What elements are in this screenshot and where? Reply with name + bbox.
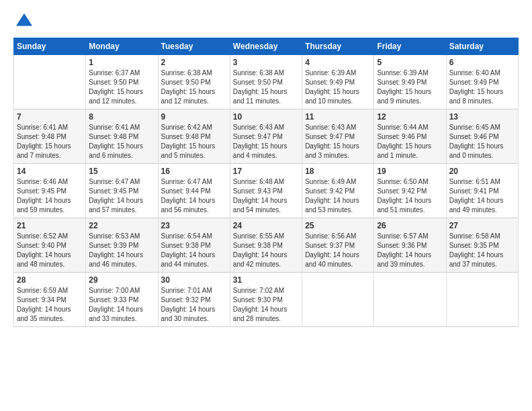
day-info: Sunrise: 7:00 AM Sunset: 9:33 PM Dayligh… xyxy=(89,286,154,324)
day-number: 14 xyxy=(17,167,83,176)
day-number: 25 xyxy=(305,221,371,230)
day-number: 12 xyxy=(377,112,443,122)
day-info: Sunrise: 6:49 AM Sunset: 9:42 PM Dayligh… xyxy=(305,177,371,215)
calendar-cell xyxy=(374,273,446,327)
day-info: Sunrise: 6:57 AM Sunset: 9:36 PM Dayligh… xyxy=(377,232,443,269)
calendar-cell: 1Sunrise: 6:37 AM Sunset: 9:50 PM Daylig… xyxy=(86,55,158,109)
calendar-cell: 28Sunrise: 6:59 AM Sunset: 9:34 PM Dayli… xyxy=(14,273,86,327)
day-number: 26 xyxy=(377,221,443,230)
calendar-cell xyxy=(14,55,86,109)
calendar-cell: 9Sunrise: 6:42 AM Sunset: 9:48 PM Daylig… xyxy=(158,109,230,164)
calendar-week-row: 21Sunrise: 6:52 AM Sunset: 9:40 PM Dayli… xyxy=(14,218,519,273)
weekday-header: Tuesday xyxy=(158,38,230,55)
day-info: Sunrise: 6:54 AM Sunset: 9:38 PM Dayligh… xyxy=(161,232,227,269)
day-number: 17 xyxy=(233,167,299,176)
day-number: 3 xyxy=(233,58,299,67)
day-info: Sunrise: 6:38 AM Sunset: 9:50 PM Dayligh… xyxy=(233,68,299,106)
day-info: Sunrise: 6:45 AM Sunset: 9:46 PM Dayligh… xyxy=(449,123,515,161)
day-info: Sunrise: 6:59 AM Sunset: 9:34 PM Dayligh… xyxy=(17,286,83,324)
day-number: 27 xyxy=(449,221,515,230)
day-info: Sunrise: 6:48 AM Sunset: 9:43 PM Dayligh… xyxy=(233,177,299,215)
day-number: 21 xyxy=(17,221,83,230)
calendar-cell: 30Sunrise: 7:01 AM Sunset: 9:32 PM Dayli… xyxy=(158,273,230,327)
day-number: 22 xyxy=(89,221,154,230)
calendar-week-row: 1Sunrise: 6:37 AM Sunset: 9:50 PM Daylig… xyxy=(14,55,519,109)
day-number: 23 xyxy=(161,221,227,230)
day-info: Sunrise: 6:39 AM Sunset: 9:49 PM Dayligh… xyxy=(305,68,371,106)
calendar-cell: 14Sunrise: 6:46 AM Sunset: 9:45 PM Dayli… xyxy=(14,164,86,218)
day-info: Sunrise: 6:58 AM Sunset: 9:35 PM Dayligh… xyxy=(449,232,515,269)
day-info: Sunrise: 6:52 AM Sunset: 9:40 PM Dayligh… xyxy=(17,232,83,269)
weekday-header: Thursday xyxy=(302,38,374,55)
weekday-row: SundayMondayTuesdayWednesdayThursdayFrid… xyxy=(14,38,519,55)
day-number: 7 xyxy=(17,112,83,122)
calendar-week-row: 7Sunrise: 6:41 AM Sunset: 9:48 PM Daylig… xyxy=(14,109,519,164)
day-info: Sunrise: 6:42 AM Sunset: 9:48 PM Dayligh… xyxy=(161,123,227,161)
calendar-cell xyxy=(446,273,518,327)
calendar-cell: 2Sunrise: 6:38 AM Sunset: 9:50 PM Daylig… xyxy=(158,55,230,109)
day-info: Sunrise: 6:55 AM Sunset: 9:38 PM Dayligh… xyxy=(233,232,299,269)
day-info: Sunrise: 6:43 AM Sunset: 9:47 PM Dayligh… xyxy=(305,123,371,161)
day-info: Sunrise: 6:41 AM Sunset: 9:48 PM Dayligh… xyxy=(17,123,83,161)
calendar-cell xyxy=(302,273,374,327)
day-number: 8 xyxy=(89,112,154,122)
calendar-cell: 10Sunrise: 6:43 AM Sunset: 9:47 PM Dayli… xyxy=(230,109,302,164)
weekday-header: Sunday xyxy=(14,38,86,55)
page-container: SundayMondayTuesdayWednesdayThursdayFrid… xyxy=(0,0,532,334)
day-number: 28 xyxy=(17,275,83,285)
day-info: Sunrise: 7:01 AM Sunset: 9:32 PM Dayligh… xyxy=(161,286,227,324)
day-info: Sunrise: 6:56 AM Sunset: 9:37 PM Dayligh… xyxy=(305,232,371,269)
calendar-cell: 31Sunrise: 7:02 AM Sunset: 9:30 PM Dayli… xyxy=(230,273,302,327)
calendar-header: SundayMondayTuesdayWednesdayThursdayFrid… xyxy=(14,38,519,55)
day-info: Sunrise: 6:46 AM Sunset: 9:45 PM Dayligh… xyxy=(17,177,83,215)
calendar-cell: 8Sunrise: 6:41 AM Sunset: 9:48 PM Daylig… xyxy=(86,109,158,164)
day-number: 24 xyxy=(233,221,299,230)
calendar-cell: 29Sunrise: 7:00 AM Sunset: 9:33 PM Dayli… xyxy=(86,273,158,327)
day-number: 13 xyxy=(449,112,515,122)
day-number: 31 xyxy=(233,275,299,285)
day-number: 20 xyxy=(449,167,515,176)
day-number: 18 xyxy=(305,167,371,176)
calendar-cell: 12Sunrise: 6:44 AM Sunset: 9:46 PM Dayli… xyxy=(374,109,446,164)
weekday-header: Wednesday xyxy=(230,38,302,55)
logo-icon xyxy=(13,11,35,32)
day-number: 2 xyxy=(161,58,227,67)
calendar-cell: 25Sunrise: 6:56 AM Sunset: 9:37 PM Dayli… xyxy=(302,218,374,273)
calendar-table: SundayMondayTuesdayWednesdayThursdayFrid… xyxy=(13,38,519,327)
day-number: 16 xyxy=(161,167,227,176)
day-info: Sunrise: 6:40 AM Sunset: 9:49 PM Dayligh… xyxy=(449,68,515,106)
calendar-cell: 7Sunrise: 6:41 AM Sunset: 9:48 PM Daylig… xyxy=(14,109,86,164)
calendar-cell: 27Sunrise: 6:58 AM Sunset: 9:35 PM Dayli… xyxy=(446,218,518,273)
day-number: 29 xyxy=(89,275,154,285)
day-info: Sunrise: 6:47 AM Sunset: 9:45 PM Dayligh… xyxy=(89,177,154,215)
day-number: 30 xyxy=(161,275,227,285)
calendar-cell: 6Sunrise: 6:40 AM Sunset: 9:49 PM Daylig… xyxy=(446,55,518,109)
calendar-cell: 4Sunrise: 6:39 AM Sunset: 9:49 PM Daylig… xyxy=(302,55,374,109)
calendar-week-row: 14Sunrise: 6:46 AM Sunset: 9:45 PM Dayli… xyxy=(14,164,519,218)
day-info: Sunrise: 6:37 AM Sunset: 9:50 PM Dayligh… xyxy=(89,68,154,106)
day-info: Sunrise: 6:50 AM Sunset: 9:42 PM Dayligh… xyxy=(377,177,443,215)
calendar-cell: 21Sunrise: 6:52 AM Sunset: 9:40 PM Dayli… xyxy=(14,218,86,273)
day-number: 5 xyxy=(377,58,443,67)
calendar-cell: 13Sunrise: 6:45 AM Sunset: 9:46 PM Dayli… xyxy=(446,109,518,164)
day-info: Sunrise: 6:38 AM Sunset: 9:50 PM Dayligh… xyxy=(161,68,227,106)
calendar-cell: 5Sunrise: 6:39 AM Sunset: 9:49 PM Daylig… xyxy=(374,55,446,109)
calendar-cell: 3Sunrise: 6:38 AM Sunset: 9:50 PM Daylig… xyxy=(230,55,302,109)
day-number: 1 xyxy=(89,58,154,67)
day-info: Sunrise: 6:44 AM Sunset: 9:46 PM Dayligh… xyxy=(377,123,443,161)
day-number: 19 xyxy=(377,167,443,176)
calendar-cell: 19Sunrise: 6:50 AM Sunset: 9:42 PM Dayli… xyxy=(374,164,446,218)
day-info: Sunrise: 6:47 AM Sunset: 9:44 PM Dayligh… xyxy=(161,177,227,215)
day-info: Sunrise: 7:02 AM Sunset: 9:30 PM Dayligh… xyxy=(233,286,299,324)
calendar-cell: 16Sunrise: 6:47 AM Sunset: 9:44 PM Dayli… xyxy=(158,164,230,218)
calendar-body: 1Sunrise: 6:37 AM Sunset: 9:50 PM Daylig… xyxy=(14,55,519,327)
day-info: Sunrise: 6:51 AM Sunset: 9:41 PM Dayligh… xyxy=(449,177,515,215)
weekday-header: Saturday xyxy=(446,38,518,55)
header xyxy=(13,11,519,32)
calendar-week-row: 28Sunrise: 6:59 AM Sunset: 9:34 PM Dayli… xyxy=(14,273,519,327)
day-info: Sunrise: 6:39 AM Sunset: 9:49 PM Dayligh… xyxy=(377,68,443,106)
calendar-cell: 15Sunrise: 6:47 AM Sunset: 9:45 PM Dayli… xyxy=(86,164,158,218)
day-number: 4 xyxy=(305,58,371,67)
calendar-cell: 11Sunrise: 6:43 AM Sunset: 9:47 PM Dayli… xyxy=(302,109,374,164)
day-number: 10 xyxy=(233,112,299,122)
